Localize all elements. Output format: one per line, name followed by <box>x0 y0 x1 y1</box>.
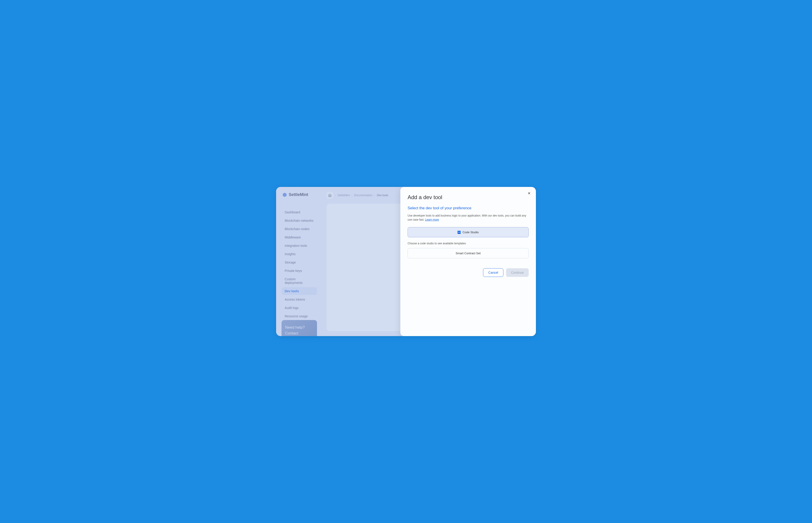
continue-button[interactable]: Continue <box>506 268 529 277</box>
close-icon <box>527 192 531 195</box>
modal-subtitle: Select the dev tool of your preference <box>408 206 529 211</box>
option-code-studio[interactable]: </> Code Studio <box>408 227 529 237</box>
learn-more-link[interactable]: Learn more <box>425 218 439 221</box>
option-label: Smart Contract Set <box>456 252 481 255</box>
modal-actions: Cancel Continue <box>408 268 529 277</box>
option-label: Code Studio <box>462 231 479 234</box>
modal-description: Use developer tools to add business logi… <box>408 214 529 222</box>
code-studio-icon: </> <box>458 231 461 234</box>
modal-close-button[interactable] <box>527 191 532 197</box>
add-dev-tool-modal: Add a dev tool Select the dev tool of yo… <box>400 187 536 336</box>
cancel-button[interactable]: Cancel <box>483 268 503 277</box>
modal-title: Add a dev tool <box>408 194 529 200</box>
section-label: Choose a code studio to see available te… <box>408 242 529 245</box>
option-smart-contract-set[interactable]: Smart Contract Set <box>408 248 529 258</box>
modal-overlay: Add a dev tool Select the dev tool of yo… <box>276 187 536 336</box>
app-window: SettleMint Dashboard Blockchain networks… <box>276 187 536 336</box>
